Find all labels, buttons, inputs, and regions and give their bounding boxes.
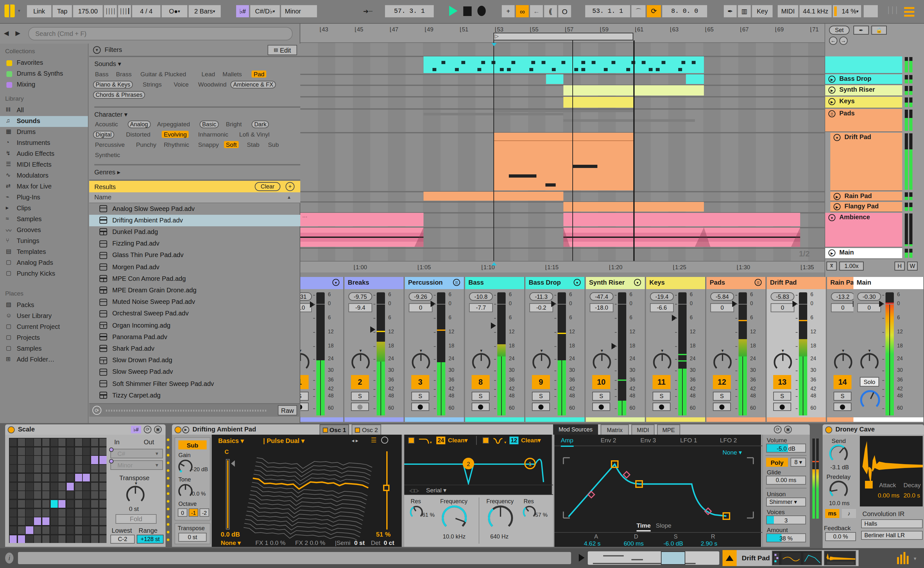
gain-display[interactable]: 0 xyxy=(710,303,734,312)
zoom-level[interactable]: 1.00x xyxy=(839,261,864,270)
monitor-button[interactable] xyxy=(713,403,731,411)
scale-grid-cell[interactable] xyxy=(99,509,106,517)
track-header-main[interactable]: ▶Main xyxy=(825,248,902,259)
character-tag-distorted[interactable]: Distorted xyxy=(124,131,152,138)
scale-grid-cell[interactable] xyxy=(18,474,25,482)
scale-grid-cell[interactable] xyxy=(91,482,98,490)
scale-grid-cell[interactable] xyxy=(34,465,41,473)
scale-grid-cell[interactable] xyxy=(91,500,98,508)
character-tag-inharmonic[interactable]: Inharmonic xyxy=(196,131,230,138)
scale-grid-cell[interactable] xyxy=(10,456,17,464)
peak-level-display[interactable]: -0.30 xyxy=(857,292,881,301)
gain-display[interactable]: -6.6 xyxy=(650,303,674,312)
pan-knob[interactable] xyxy=(860,353,879,372)
scale-grid-cell[interactable] xyxy=(75,482,82,490)
pencil-button[interactable]: ✒ xyxy=(853,26,869,35)
character-tag-percussive[interactable]: Percussive xyxy=(93,141,127,148)
sidebar-item-plug-ins[interactable]: ⌁Plug-Ins xyxy=(0,192,89,203)
scale-grid-cell[interactable] xyxy=(50,500,58,508)
scale-grid-cell[interactable] xyxy=(10,535,17,543)
midi-arrangement-overdub[interactable]: ∞ xyxy=(516,5,529,17)
character-tag-dark[interactable]: Dark xyxy=(251,121,269,128)
peak-level-display[interactable]: -10.8 xyxy=(469,292,493,301)
pan-knob[interactable] xyxy=(653,353,672,372)
scale-grid-cell[interactable] xyxy=(67,526,74,534)
osc2-toggle[interactable] xyxy=(355,427,360,432)
scale-grid-cell[interactable] xyxy=(75,474,82,482)
scale-grid-cell[interactable] xyxy=(34,456,41,464)
scale-grid-cell[interactable] xyxy=(58,500,65,508)
track-number[interactable]: 3 xyxy=(411,375,429,389)
hot-swap-icon[interactable]: ⟳ xyxy=(144,426,151,434)
pan-knob[interactable] xyxy=(532,353,551,372)
clip-synth-riser[interactable] xyxy=(563,85,633,95)
scale-grid-cell[interactable] xyxy=(18,535,25,543)
gain-display[interactable]: -0.2 xyxy=(529,303,553,312)
routing-select[interactable]: Serial ▾ xyxy=(426,486,446,494)
res2-knob[interactable] xyxy=(522,505,536,519)
scale-grid-cell[interactable] xyxy=(10,500,17,508)
record-button[interactable] xyxy=(477,6,486,16)
scale-grid-cell[interactable] xyxy=(75,438,82,446)
character-tag-acoustic[interactable]: Acoustic xyxy=(93,121,120,128)
scale-grid-cell[interactable] xyxy=(75,526,82,534)
sample-rate[interactable]: 44.1 kHz xyxy=(800,5,832,17)
list-item[interactable]: Glass Thin Pure Pad.adv xyxy=(89,250,300,261)
scale-grid-cell[interactable] xyxy=(10,509,17,517)
unison-mode-select[interactable]: Shimmer ▾ xyxy=(766,497,806,506)
group-menu-icon[interactable]: ☰ xyxy=(754,279,762,286)
sidebar-item-grooves[interactable]: 〰Grooves xyxy=(0,225,89,236)
pan-knob[interactable] xyxy=(592,353,612,372)
prev-marker-button[interactable]: ← xyxy=(829,36,838,45)
adsr-r-value[interactable]: 2.90 s xyxy=(701,540,717,547)
overload-indicator[interactable] xyxy=(864,5,878,17)
peak-level-display[interactable]: -9.26 xyxy=(409,292,432,301)
scale-grid-cell[interactable] xyxy=(10,518,17,526)
scale-grid-cell[interactable] xyxy=(26,491,33,499)
osc1-tab[interactable]: Osc 1 xyxy=(320,424,349,435)
scale-grid-cell[interactable] xyxy=(58,438,65,446)
subtab-lfo-1[interactable]: LFO 1 xyxy=(680,437,697,444)
gain-display[interactable]: 0 xyxy=(857,303,881,312)
scale-grid-cell[interactable] xyxy=(42,465,49,473)
poly-count-select[interactable]: 8 ▾ xyxy=(791,458,806,467)
scale-grid-cell[interactable] xyxy=(42,456,49,464)
scale-grid-cell[interactable] xyxy=(50,535,58,543)
solo-button[interactable]: S xyxy=(300,392,309,401)
freq1-knob[interactable] xyxy=(441,505,467,531)
wavetable-category-select[interactable]: Basics ▾ xyxy=(218,437,244,444)
scale-grid-cell[interactable] xyxy=(26,438,33,446)
list-item[interactable]: Morgen Pad.adv xyxy=(89,261,300,273)
scale-grid-cell[interactable] xyxy=(34,518,41,526)
scale-grid-cell[interactable] xyxy=(99,438,106,446)
count-in-icon[interactable]: │││┃ xyxy=(118,5,131,17)
overview-view-window[interactable] xyxy=(661,551,685,565)
scale-grid-cell[interactable] xyxy=(91,526,98,534)
scale-grid-cell[interactable] xyxy=(83,500,90,508)
scale-grid-cell[interactable] xyxy=(83,482,90,490)
scale-grid-cell[interactable] xyxy=(18,482,25,490)
scale-grid-cell[interactable] xyxy=(83,456,90,464)
adsr-d-value[interactable]: 600 ms xyxy=(624,540,644,547)
device-chain-thumbnail[interactable] xyxy=(824,551,856,565)
device-chain-thumbnail[interactable] xyxy=(772,551,822,565)
scale-grid-cell[interactable] xyxy=(18,465,25,473)
mixer-strip-bass-drop[interactable]: Bass Drop▼-11.3-0.26061218243036424860▼9… xyxy=(526,277,585,422)
scale-grid-cell[interactable] xyxy=(67,474,74,482)
monitor-button[interactable] xyxy=(773,403,791,411)
clip-bass-drop[interactable] xyxy=(686,74,704,84)
pan-knob[interactable] xyxy=(300,353,310,372)
scale-grid-cell[interactable] xyxy=(58,518,65,526)
character-tag-synthetic[interactable]: Synthetic xyxy=(93,151,122,159)
character-tag-rhythmic[interactable]: Rhythmic xyxy=(162,141,191,148)
device-power-button[interactable] xyxy=(8,426,15,433)
cpu-meter[interactable]: 14 % ▾ xyxy=(833,5,861,17)
sidebar-item-samples[interactable]: ≈Samples xyxy=(0,214,89,225)
strip-header[interactable]: ▼ xyxy=(300,277,343,289)
filter1-slope[interactable]: 24 xyxy=(436,437,445,444)
scale-grid-cell[interactable] xyxy=(34,482,41,490)
scale-grid-cell[interactable] xyxy=(58,456,65,464)
scale-grid-cell[interactable] xyxy=(42,526,49,534)
stop-button[interactable] xyxy=(463,6,472,16)
mixer-strip-synth-riser[interactable]: Synth Riser▼-47.4-18.0606121824303642486… xyxy=(586,277,645,422)
